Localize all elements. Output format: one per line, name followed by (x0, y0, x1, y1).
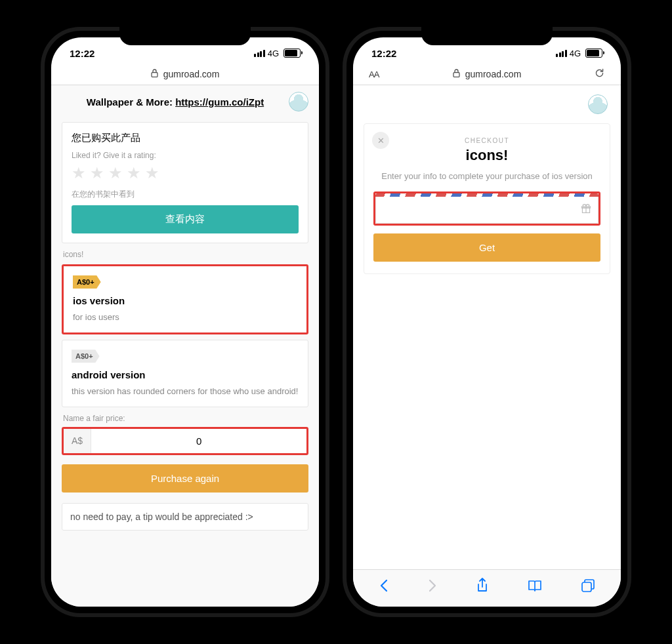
option-ios-desc: for ios users (73, 312, 297, 323)
network-label: 4G (268, 49, 279, 58)
star-icon[interactable]: ★ (72, 164, 86, 182)
reader-aa-icon[interactable]: AA (369, 70, 379, 79)
network-label: 4G (570, 49, 581, 58)
shelf-note: 在您的书架中看到 (72, 189, 299, 200)
tabs-button[interactable] (581, 578, 595, 595)
svg-rect-1 (453, 73, 459, 77)
price-input-row[interactable]: A$ (62, 427, 308, 455)
currency-prefix: A$ (64, 429, 91, 453)
checkout-subtitle: Enter your info to complete your purchas… (373, 171, 600, 182)
bookmarks-button[interactable] (527, 579, 543, 595)
signal-icon (556, 50, 567, 57)
tip-note: no need to pay, a tip would be appreciat… (62, 503, 308, 531)
back-button[interactable] (379, 579, 389, 595)
forward-button (427, 579, 438, 595)
url-domain: gumroad.com (465, 69, 522, 79)
avatar[interactable] (289, 92, 308, 111)
price-input[interactable] (91, 429, 306, 453)
section-label: icons! (63, 250, 307, 259)
fair-price-label: Name a fair price: (63, 414, 307, 423)
header-prefix: Wallpaper & More: (87, 96, 175, 108)
star-icon[interactable]: ★ (90, 164, 104, 182)
star-icon[interactable]: ★ (108, 164, 123, 182)
star-icon[interactable]: ★ (145, 164, 159, 182)
checkout-card: ✕ CHECKOUT icons! Enter your info to com… (364, 123, 610, 274)
battery-icon (284, 49, 301, 58)
clock: 12:22 (371, 48, 396, 59)
lock-icon (151, 69, 158, 79)
purchased-card: 您已购买此产品 Liked it? Give it a rating: ★ ★ … (62, 122, 308, 243)
content-right: ✕ CHECKOUT icons! Enter your info to com… (353, 85, 621, 569)
lock-icon (453, 69, 460, 79)
option-android-desc: this version has rounded corners for tho… (72, 386, 299, 397)
url-bar[interactable]: AA gumroad.com (353, 65, 621, 85)
phone-frame-right: 12:22 4G AA gumroad.com ✕ CHECKOUT (343, 27, 631, 617)
checkout-title: icons! (373, 147, 600, 164)
notch (119, 27, 251, 45)
screen-right: 12:22 4G AA gumroad.com ✕ CHECKOUT (353, 37, 621, 607)
price-tag-ios: A$0+ (73, 275, 101, 289)
status-right: 4G (254, 49, 301, 58)
option-android-title: android version (72, 369, 299, 380)
email-input[interactable] (383, 204, 581, 216)
get-button[interactable]: Get (373, 233, 600, 262)
rating-prompt: Liked it? Give it a rating: (72, 151, 299, 160)
url-bar[interactable]: gumroad.com (51, 65, 319, 85)
battery-icon (585, 49, 602, 58)
gift-icon[interactable] (581, 203, 591, 216)
svg-rect-0 (152, 73, 158, 77)
page-title: Wallpaper & More: https://gum.co/iZpt (62, 96, 289, 108)
email-field-wrapper (373, 191, 600, 226)
option-ios[interactable]: A$0+ ios version for ios users (62, 264, 308, 334)
avatar[interactable] (588, 94, 608, 114)
signal-icon (254, 50, 265, 57)
header-link[interactable]: https://gum.co/iZpt (175, 96, 264, 108)
price-tag-android: A$0+ (72, 350, 100, 363)
star-icon[interactable]: ★ (127, 164, 141, 182)
purchase-again-button[interactable]: Purchase again (62, 464, 308, 493)
header-row: Wallpaper & More: https://gum.co/iZpt (62, 85, 308, 117)
purchased-msg: 您已购买此产品 (72, 132, 299, 144)
avatar-row (364, 85, 610, 121)
checkout-label: CHECKOUT (373, 137, 600, 144)
url-domain: gumroad.com (163, 69, 220, 79)
close-button[interactable]: ✕ (372, 132, 389, 149)
star-rating[interactable]: ★ ★ ★ ★ ★ (72, 164, 299, 182)
content-left: Wallpaper & More: https://gum.co/iZpt 您已… (51, 85, 319, 607)
svg-rect-3 (582, 582, 591, 592)
phone-frame-left: 12:22 4G gumroad.com Wallpaper & More: h… (41, 27, 329, 617)
notch (421, 27, 553, 45)
status-right: 4G (556, 49, 602, 58)
refresh-icon[interactable] (594, 68, 605, 81)
clock: 12:22 (70, 48, 94, 59)
view-content-button[interactable]: 查看内容 (72, 205, 299, 233)
option-android[interactable]: A$0+ android version this version has ro… (62, 340, 308, 407)
browser-toolbar (353, 569, 621, 607)
share-button[interactable] (476, 578, 489, 596)
option-ios-title: ios version (73, 295, 297, 306)
screen-left: 12:22 4G gumroad.com Wallpaper & More: h… (51, 37, 319, 607)
